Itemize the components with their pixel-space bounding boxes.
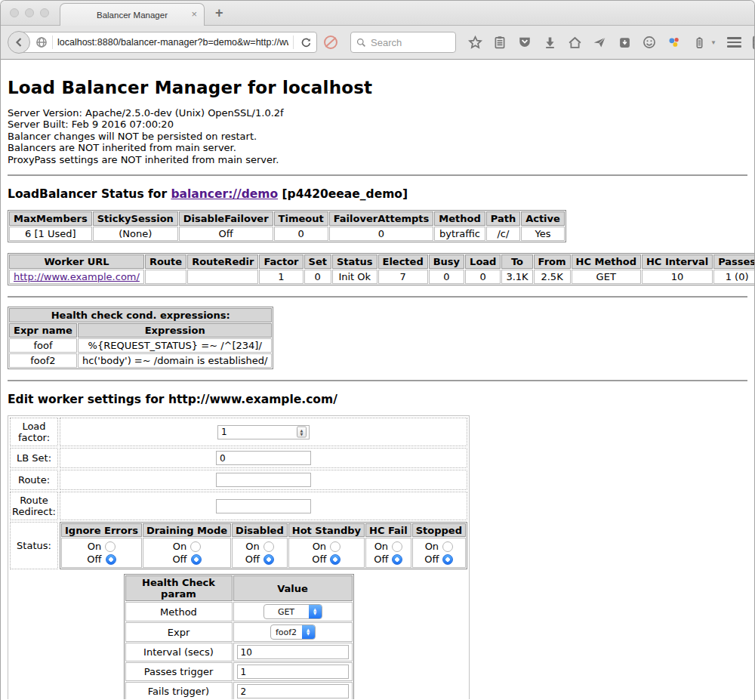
route-input[interactable]	[216, 473, 311, 487]
hc-interval-row: Interval (secs)	[125, 643, 353, 661]
battery-icon[interactable]	[692, 35, 707, 50]
reading-list-icon[interactable]	[492, 35, 507, 50]
status-disabled-on-radio[interactable]	[263, 541, 274, 552]
cell-disablefailover: Off	[179, 227, 273, 241]
send-plane-icon[interactable]	[592, 35, 607, 50]
column-header: DisableFailover	[179, 211, 273, 226]
pocket-icon[interactable]	[517, 35, 532, 50]
status-hot-standby-on-radio[interactable]	[330, 541, 341, 552]
window-zoom-button[interactable]	[40, 8, 49, 17]
form-row-route-redirect: Route Redirect:	[10, 492, 467, 520]
hc-method-row: Method GET ▲▼	[125, 602, 353, 621]
home-icon[interactable]	[567, 35, 582, 50]
url-bar[interactable]: localhost:8880/balancer-manager?b=demo&w…	[18, 32, 317, 53]
cell-expr-name: foof	[9, 338, 77, 353]
urlbar-divider	[52, 35, 53, 49]
route-label: Route:	[10, 470, 58, 490]
column-header: To	[501, 254, 532, 269]
load-factor-label: Load factor:	[10, 418, 58, 446]
load-factor-input[interactable]	[217, 425, 310, 439]
table-row: foof2 hc('body') =~ /domain is establish…	[9, 353, 272, 368]
column-header: Draining Mode	[143, 523, 231, 537]
reload-icon[interactable]	[298, 35, 313, 50]
radio-label: On	[88, 541, 101, 552]
hc-method-select[interactable]: GET ▲▼	[263, 604, 322, 619]
edit-worker-heading: Edit worker settings for http://www.exam…	[8, 393, 747, 406]
hc-expr-row: Expr foof2 ▲▼	[125, 622, 353, 642]
status-ignore-errors-on-radio[interactable]	[105, 541, 116, 552]
cell-routeredir	[187, 270, 258, 284]
hc-expr-value-cell: foof2 ▲▼	[233, 622, 353, 642]
route-redirect-input[interactable]	[216, 499, 311, 513]
tab-balancer-manager[interactable]: Balancer Manager ×	[60, 3, 205, 26]
site-identity-globe-icon[interactable]	[35, 36, 48, 48]
number-spinner-icon[interactable]: ▲▼	[297, 427, 307, 438]
bookmark-star-icon[interactable]	[467, 35, 482, 50]
column-header: HC Fail	[365, 523, 411, 537]
worker-table: Worker URL Route RouteRedir Factor Set S…	[8, 253, 754, 285]
colored-dots-icon[interactable]	[667, 35, 682, 50]
column-header: Elected	[378, 254, 428, 269]
search-icon	[356, 38, 366, 48]
column-header: Status	[332, 254, 378, 269]
worker-url-link[interactable]: http://www.example.com/	[14, 271, 140, 282]
cell-stickysession: (None)	[93, 227, 178, 241]
status-hc-fail-off-radio[interactable]	[392, 554, 402, 565]
radio-label: Off	[172, 554, 186, 565]
window-controls	[10, 8, 49, 17]
window-minimize-button[interactable]	[25, 8, 34, 17]
radio-label: On	[313, 541, 326, 552]
column-header: Set	[304, 254, 331, 269]
page-content: Load Balancer Manager for localhost Serv…	[1, 60, 754, 699]
status-stopped-off-radio[interactable]	[442, 554, 453, 565]
column-header: RouteRedir	[187, 254, 258, 269]
cell-status: Init Ok	[332, 270, 378, 284]
tab-groups-icon[interactable]	[752, 35, 755, 50]
status-disabled-off-radio[interactable]	[263, 554, 274, 565]
column-header: FailoverAttempts	[329, 211, 434, 226]
status-ignore-errors-off-radio[interactable]	[106, 554, 116, 565]
hc-fails-label: Fails trigger)	[125, 682, 233, 699]
hc-fails-row: Fails trigger)	[125, 682, 353, 699]
save-box-icon[interactable]	[617, 35, 632, 50]
column-header: Hot Standby	[288, 523, 365, 537]
hc-passes-input[interactable]	[237, 665, 349, 679]
chevron-down-icon[interactable]: ▼	[710, 39, 716, 46]
cell-elected: 7	[378, 270, 428, 284]
tab-close-icon[interactable]: ×	[191, 9, 197, 19]
status-stopped-on-radio[interactable]	[442, 541, 453, 552]
tab-title: Balancer Manager	[97, 11, 168, 20]
column-header: Method	[434, 211, 485, 226]
cell-timeout: 0	[274, 227, 328, 241]
column-header: Path	[486, 211, 520, 226]
lb-set-field-cell	[60, 448, 467, 468]
search-bar[interactable]: Search	[350, 32, 456, 53]
status-hot-standby-off-radio[interactable]	[330, 554, 341, 565]
cell-from: 2.5K	[534, 270, 571, 284]
smiley-icon[interactable]	[642, 35, 657, 50]
back-button[interactable]	[8, 31, 30, 54]
hc-method-value-cell: GET ▲▼	[233, 602, 353, 621]
lb-set-input[interactable]	[216, 451, 311, 465]
url-text[interactable]: localhost:8880/balancer-manager?b=demo&w…	[57, 37, 288, 48]
new-tab-button[interactable]: +	[215, 5, 223, 21]
status-draining-mode-off-radio[interactable]	[191, 554, 202, 565]
hc-expr-select[interactable]: foof2 ▲▼	[270, 624, 316, 640]
status-draining-mode-on-radio[interactable]	[190, 541, 201, 552]
downloads-icon[interactable]	[542, 35, 557, 50]
heading-suffix: [p4420eeae_demo]	[282, 187, 408, 201]
route-redirect-label: Route Redirect:	[10, 492, 58, 520]
status-ignore-errors-cell: On Off	[61, 538, 142, 568]
health-check-expressions-table: Health check cond. expressions: Expr nam…	[8, 307, 273, 369]
load-factor-field-cell: ▲▼	[60, 418, 467, 446]
window-close-button[interactable]	[10, 8, 19, 17]
hc-method-label: Method	[125, 602, 233, 621]
hc-fails-input[interactable]	[237, 684, 349, 698]
balancer-status-heading: LoadBalancer Status for balancer://demo …	[8, 187, 747, 201]
column-header: Worker URL	[9, 254, 144, 269]
content-blocker-icon[interactable]	[317, 32, 344, 53]
hc-interval-input[interactable]	[237, 645, 349, 659]
menu-icon[interactable]	[727, 35, 741, 50]
balancer-demo-link[interactable]: balancer://demo	[171, 187, 278, 201]
status-hc-fail-on-radio[interactable]	[392, 541, 402, 552]
